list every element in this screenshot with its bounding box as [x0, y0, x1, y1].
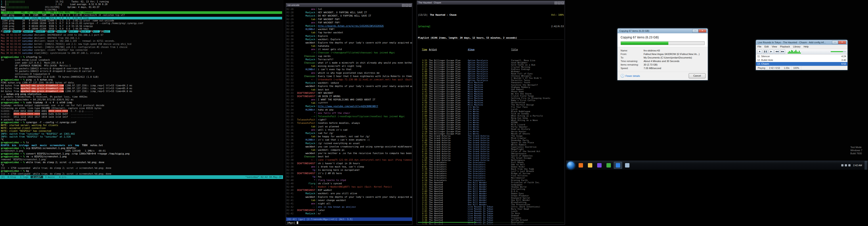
playlist-row[interactable]: 4:01The Dillinger Escape PlanMiss Machin… [418, 88, 564, 90]
player-track-row[interactable]: 12. Bullet Hole3:40 [756, 58, 847, 62]
menu-item-file[interactable]: File [756, 45, 763, 49]
playlist-row[interactable]: 3:12The HauntedOne Kill WonderBloodletti… [418, 201, 564, 203]
tmux-window-tab[interactable]: 3:music [43, 176, 57, 178]
taskbar-clock[interactable]: 2:42 AM [852, 164, 863, 166]
playlist-row[interactable]: 3:31The HauntedOne Kill WonderShadow Wor… [418, 186, 564, 188]
copy-dialog-titlebar[interactable]: Copying 67 items (6.23 GB) — ✕ [618, 29, 708, 33]
playlist-row[interactable]: 3:05The HauntedLive Rounds In TokyoLeech [418, 210, 564, 212]
terminal-window[interactable]: 1 [|||||||||||||| 16.3%] Tasks: 62, 13 t… [0, 0, 283, 179]
playlist-row[interactable]: 3:22The HauntedLive Rounds In TokyoBury … [418, 208, 564, 210]
taskbar-icon-media-player[interactable] [595, 162, 603, 169]
next-icon[interactable]: ▶▶ [780, 49, 785, 54]
playlist-row[interactable]: 7:28The Grand AstoriaThe Grand AstoriaTh… [418, 157, 564, 159]
playlist-row[interactable]: 3:09The HauntedOne Kill WonderD.O.A. [418, 190, 564, 192]
show-desktop-button[interactable] [865, 161, 867, 170]
menu-item-view[interactable]: View [770, 45, 779, 49]
minimize-icon[interactable]: _ [402, 4, 405, 7]
playlist-row[interactable]: 2:02The Dillinger Escape PlanIre WorksFi… [418, 106, 564, 108]
playlist-row[interactable]: 5:55The GraviatorsThe GraviatorsFuzz Vil… [418, 175, 564, 177]
playlist-row[interactable]: 6:53The Grand AstoriaThe Grand AstoriaTh… [418, 135, 564, 137]
cancel-button[interactable]: Cancel [689, 73, 706, 78]
previous-icon[interactable]: ◀◀ [774, 49, 779, 54]
irc-window-titlebar[interactable]: nst-unicode _ □ × [286, 3, 412, 7]
playlist-row[interactable]: 7:12The GraviatorsThe GraviatorsLeif's L… [418, 170, 564, 173]
menu-item-help[interactable]: Help [802, 45, 810, 49]
taskbar-icon-firefox[interactable] [577, 162, 585, 169]
tmux-window-tab[interactable]: 2:zsh* [31, 176, 43, 178]
playlist-row[interactable]: 4:12The HauntedLive Rounds In TokyoIn Ve… [418, 212, 564, 215]
playlist-row[interactable]: 3:54The Dillinger Escape PlanIre WorksMi… [418, 124, 564, 126]
playlist-row[interactable]: 5:37The Grand AstoriaThe Grand AstoriaSu… [418, 146, 564, 148]
playlist-row[interactable]: 3:21The Dillinger Escape PlanMiss Machin… [418, 86, 564, 88]
playlist-row[interactable]: 3:36The HauntedLive Rounds In TokyoHollo… [418, 219, 564, 221]
playlist-row[interactable]: 3:55The Dillinger Escape PlanOption Para… [418, 60, 564, 62]
playlist-row[interactable]: 2:03The Dillinger Escape PlanIre WorksPa… [418, 126, 564, 128]
htop-process-row[interactable]: 2231 greg 20 0 21528 9124 4212 R 2.0 0.5… [1, 17, 282, 20]
playlist-row[interactable]: 6:01The GraviatorsThe GraviatorsDemon Ri… [418, 166, 564, 168]
irc-input-line[interactable]: [#gyc] [286, 221, 412, 224]
htop-process-row[interactable]: 2148 greg 20 0 88104 40320 9308 S 0.7 2.… [1, 25, 282, 28]
playlist-row[interactable]: 4:50The Dillinger Escape PlanMiss Machin… [418, 102, 564, 104]
hidden-icons-icon[interactable] [841, 164, 843, 166]
playlist-row[interactable]: 4:13The Dillinger Escape PlanMiss Machin… [418, 93, 564, 95]
minimize-icon[interactable]: — [692, 29, 699, 33]
playlist-row[interactable]: 3:20The Dillinger Escape PlanIre WorksHo… [418, 130, 564, 133]
playlist-row[interactable]: 5:09The Dillinger Escape PlanOption Para… [418, 70, 564, 73]
close-icon[interactable]: × [409, 4, 411, 7]
menu-item-playback[interactable]: Playback [778, 45, 792, 49]
tmux-window-tab[interactable]: 4:irc- [57, 176, 70, 178]
playlist-row[interactable]: 2:58The HauntedLive Rounds In TokyoTresp… [418, 217, 564, 219]
playlist-row[interactable]: 4:47The GraviatorsThe GraviatorsOde to H… [418, 163, 564, 166]
fewer-details-toggle[interactable]: ⌃ Fewer details [621, 74, 640, 78]
minimize-icon[interactable]: _ [555, 2, 557, 4]
playlist-row[interactable]: 5:25The HauntedOne Kill WonderThe Prosec… [418, 203, 564, 206]
player-track-row[interactable]: 13. Chasm6:53 [756, 62, 847, 66]
playlist-row[interactable]: 7:02The Grand AstoriaThe Grand AstoriaSp… [418, 142, 564, 144]
playlist-row[interactable]: 2:41The Dillinger Escape PlanIre WorksLu… [418, 108, 564, 110]
volume-slider[interactable] [831, 51, 846, 52]
close-icon[interactable]: × [561, 2, 564, 4]
playlist-row[interactable]: 3:01The Dillinger Escape PlanMiss Machin… [418, 99, 564, 102]
tmux-window-tab[interactable]: [0] [0, 176, 5, 178]
playlist-row[interactable]: 1:31The HauntedLive Rounds In TokyoIntro… [418, 206, 564, 208]
playlist-row[interactable]: 5:11The Grand AstoriaThe Grand AstoriaMi… [418, 137, 564, 139]
tmux-status-bar[interactable]: [0] 0:htop 1:logs 2:zsh* 3:music 4:irc- … [0, 175, 283, 179]
playlist-row[interactable]: 6:24The GraviatorsThe GraviatorsNecroman… [418, 177, 564, 179]
playlist-row[interactable]: 3:15The Dillinger Escape PlanMiss Machin… [418, 81, 564, 84]
htop-process-row[interactable]: 2119 greg 20 0 43980 18204 6120 S 0.7 0.… [1, 22, 282, 25]
playlist-row[interactable]: 4:36The Dillinger Escape PlanOption Para… [418, 73, 564, 75]
media-player-window[interactable]: Live Rounds In Tokyo - The Haunted - Cha… [756, 40, 848, 70]
playlist-row[interactable]: 4:58The GraviatorsThe GraviatorsDroning … [418, 179, 564, 181]
playlist-row[interactable]: 4:14The Dillinger Escape PlanOption Para… [418, 62, 564, 64]
tmux-window-tab[interactable]: 0:htop [5, 176, 18, 178]
tmux-window-tab[interactable]: 1:logs [18, 176, 31, 178]
maximize-icon[interactable]: □ [405, 4, 408, 7]
playlist-row[interactable]: 3:42The HauntedOne Kill WonderOne Kill W… [418, 199, 564, 201]
htop-process-row[interactable]: 2096 greg 20 0 28840 12204 5016 S 0.0 0.… [1, 28, 282, 30]
player-track-row[interactable]: 11. Silencer4:24 [756, 54, 847, 58]
playlist-row[interactable]: 4:39The GraviatorsThe GraviatorsRidge of… [418, 173, 564, 175]
playlist-row[interactable]: 2:58The Dillinger Escape PlanMiss Machin… [418, 95, 564, 97]
playlist-window-titlebar[interactable]: The Haunted - Chasm _ □ × [417, 1, 565, 5]
menu-item-edit[interactable]: Edit [763, 45, 770, 49]
playlist-row[interactable]: 4:06The Dillinger Escape PlanMiss Machin… [418, 84, 564, 86]
playlist-row[interactable]: 3:02The HauntedOne Kill WonderGodpuppet [418, 184, 564, 186]
media-player-titlebar[interactable]: Live Rounds In Tokyo - The Haunted - Cha… [756, 40, 847, 45]
playlist-column-header[interactable]: Title [511, 48, 564, 51]
playlist-row[interactable]: 2:32The Dillinger Escape PlanIre Works82… [418, 121, 564, 124]
playlist-row[interactable]: 3:59The Grand AstoriaThe Grand AstoriaWh… [418, 144, 564, 146]
playlist-row[interactable]: 1:12The HauntedOne Kill WonderPrivation … [418, 181, 564, 184]
playlist-row[interactable]: 5:44The Grand AstoriaThe Grand AstoriaOm… [418, 152, 564, 155]
copy-dialog[interactable]: Copying 67 items (6.23 GB) — ✕ Copying 6… [617, 28, 708, 80]
close-icon[interactable]: ✕ [699, 29, 706, 33]
playlist-row[interactable]: 1:18The Dillinger Escape PlanIre WorksWh… [418, 119, 564, 121]
play-icon[interactable]: ▶ [769, 49, 774, 54]
playlist-row[interactable]: 2:57The Dillinger Escape PlanIre WorksSi… [418, 113, 564, 115]
windows-taskbar[interactable]: 2:42 AM [566, 161, 868, 170]
playlist-row[interactable]: 3:33The Dillinger Escape PlanMiss Machin… [418, 97, 564, 99]
playlist-row[interactable]: 3:44The Dillinger Escape PlanOption Para… [418, 77, 564, 79]
seek-bar[interactable] [418, 221, 564, 223]
taskbar-icon-notepad[interactable] [623, 162, 631, 169]
playlist-row[interactable]: 4:31The Grand AstoriaThe Grand AstoriaSw… [418, 155, 564, 157]
playlist-row[interactable]: 4:15The HauntedOne Kill WonderDownward S… [418, 197, 564, 199]
